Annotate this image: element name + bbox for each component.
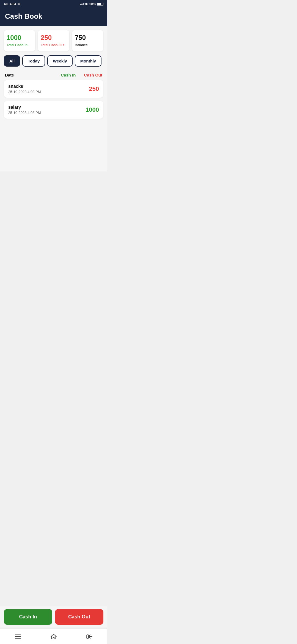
message-icon: ✉: [18, 2, 20, 6]
summary-row: 1000 Total Cash In 250 Total Cash Out 75…: [4, 30, 103, 51]
total-cash-in-amount: 1000: [7, 34, 32, 42]
total-cash-in-label: Total Cash In: [7, 43, 32, 48]
status-right: VoLTE 58%: [80, 2, 103, 6]
transaction-info-salary: salary 25-10-2023 4:03 PM: [8, 105, 41, 115]
total-cash-out-label: Total Cash Out: [41, 43, 67, 48]
col-cashin-header: Cash In: [61, 73, 76, 77]
col-date-header: Date: [5, 73, 14, 77]
transaction-row-salary[interactable]: salary 25-10-2023 4:03 PM 1000: [4, 101, 103, 119]
filter-today[interactable]: Today: [22, 55, 45, 67]
time: 4:04: [10, 2, 16, 6]
signal-icon: 4G: [4, 2, 8, 6]
total-cash-out-card: 250 Total Cash Out: [38, 30, 69, 51]
transaction-info-snacks: snacks 25-10-2023 4:03 PM: [8, 84, 41, 94]
transaction-datetime-salary: 25-10-2023 4:03 PM: [8, 111, 41, 115]
app-header: Cash Book: [0, 8, 107, 26]
transaction-row-snacks[interactable]: snacks 25-10-2023 4:03 PM 250: [4, 80, 103, 98]
transaction-datetime-snacks: 25-10-2023 4:03 PM: [8, 90, 41, 94]
status-left: 4G 4:04 ✉: [4, 2, 20, 6]
transaction-name-snacks: snacks: [8, 84, 41, 89]
balance-card: 750 Balance: [72, 30, 103, 51]
total-cash-in-card: 1000 Total Cash In: [4, 30, 35, 51]
transaction-amount-snacks: 250: [89, 85, 99, 92]
total-cash-out-amount: 250: [41, 34, 67, 42]
table-header-cols: Cash In Cash Out: [61, 73, 102, 77]
battery-icon: [97, 3, 103, 6]
balance-amount: 750: [75, 34, 101, 42]
filter-monthly[interactable]: Monthly: [75, 55, 102, 67]
filter-weekly[interactable]: Weekly: [47, 55, 72, 67]
filter-all[interactable]: All: [4, 55, 20, 67]
col-cashout-header: Cash Out: [84, 73, 102, 77]
page-title: Cash Book: [5, 12, 42, 20]
balance-label: Balance: [75, 43, 101, 48]
main-content: 1000 Total Cash In 250 Total Cash Out 75…: [0, 26, 107, 171]
battery-percent: 58%: [89, 2, 96, 6]
filter-row: All Today Weekly Monthly Yearly: [4, 55, 103, 67]
status-bar: 4G 4:04 ✉ VoLTE 58%: [0, 0, 107, 8]
transaction-name-salary: salary: [8, 105, 41, 110]
transaction-amount-salary: 1000: [86, 106, 99, 113]
table-header: Date Cash In Cash Out: [4, 70, 103, 80]
lte-icon: VoLTE: [80, 3, 88, 6]
